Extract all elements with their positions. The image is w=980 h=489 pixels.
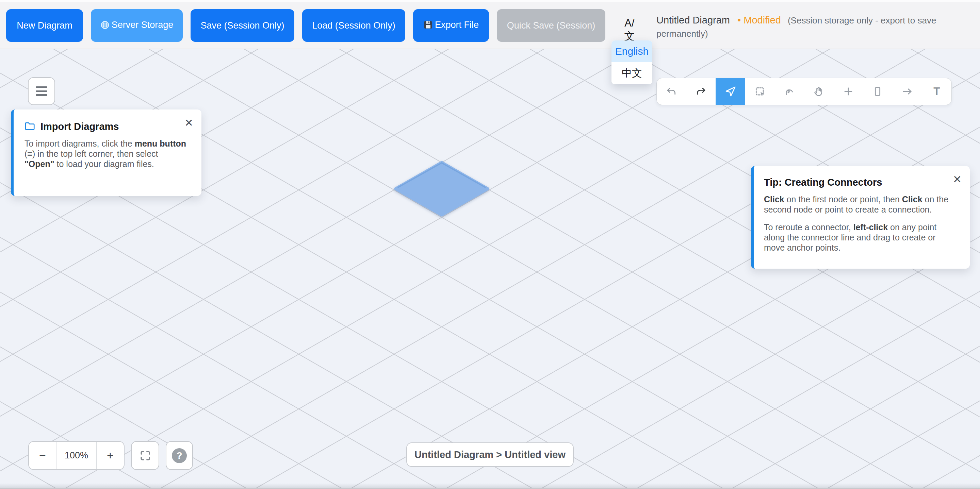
text-tool-button[interactable]: T [922, 78, 951, 105]
marquee-select-icon [754, 86, 765, 97]
tools-toolbar: T [656, 78, 952, 105]
modified-badge: • Modified [737, 14, 781, 25]
quick-save-button[interactable]: Quick Save (Session) [497, 9, 605, 42]
undo-button[interactable] [657, 78, 686, 105]
page-title: Untitled Diagram [656, 14, 730, 25]
language-option-english[interactable]: English [611, 40, 652, 62]
help-icon: ? [172, 448, 187, 463]
document-title-block: Untitled Diagram • Modified (Session sto… [656, 14, 966, 40]
select-cursor-icon [725, 86, 736, 97]
server-storage-label: Server Storage [111, 20, 173, 30]
app-header: New Diagram Server Storage Save (Session… [0, 0, 980, 49]
save-session-label: Save (Session Only) [200, 20, 284, 31]
folder-icon [24, 121, 35, 132]
export-file-label: Export File [435, 20, 479, 30]
menu-bar [36, 90, 47, 92]
new-diagram-button[interactable]: New Diagram [6, 9, 83, 42]
language-toggle-button[interactable]: A/文 [619, 17, 640, 34]
language-option-chinese[interactable]: 中文 [611, 62, 652, 84]
globe-icon [100, 21, 110, 32]
menu-button[interactable] [28, 77, 55, 105]
undo-icon [666, 86, 677, 97]
zoom-level: 100% [56, 442, 97, 469]
load-session-button[interactable]: Load (Session Only) [302, 9, 405, 42]
scribble-tool-button[interactable] [775, 78, 804, 105]
header-button-row: New Diagram Server Storage Save (Session… [6, 9, 605, 42]
rectangle-icon [872, 86, 883, 97]
server-storage-button[interactable]: Server Storage [91, 9, 183, 42]
redo-button[interactable] [686, 78, 716, 105]
import-card-title: Import Diagrams [40, 121, 119, 132]
load-session-label: Load (Session Only) [312, 20, 395, 31]
zoom-controls: − 100% + [28, 441, 124, 470]
connector-tool-button[interactable] [892, 78, 922, 105]
tip-card-title: Tip: Creating Connectors [764, 177, 882, 188]
floppy-icon [423, 20, 433, 32]
export-file-button[interactable]: Export File [413, 9, 489, 42]
select-tool-button[interactable] [716, 78, 745, 105]
quick-save-label: Quick Save (Session) [507, 20, 595, 31]
import-card-body: To import diagrams, click the menu butto… [24, 138, 189, 169]
language-menu: English 中文 [611, 40, 652, 84]
plus-icon [843, 86, 854, 97]
fullscreen-icon [139, 449, 152, 462]
arrow-right-icon [902, 86, 913, 97]
scribble-icon [784, 86, 795, 97]
pan-tool-button[interactable] [804, 78, 834, 105]
hand-icon [813, 86, 824, 97]
import-card-close-icon[interactable]: ✕ [185, 117, 193, 128]
tip-connectors-card: Tip: Creating Connectors ✕ Click on the … [751, 166, 970, 268]
new-diagram-label: New Diagram [17, 20, 73, 31]
tip-card-body: Click on the first node or point, then C… [764, 194, 958, 252]
tip-card-close-icon[interactable]: ✕ [953, 174, 962, 185]
zoom-in-button[interactable]: + [97, 442, 124, 469]
help-button[interactable]: ? [166, 441, 193, 470]
fit-view-button[interactable] [131, 441, 159, 470]
diagram-app: New Diagram Server Storage Save (Session… [0, 0, 980, 489]
import-diagrams-card: Import Diagrams ✕ To import diagrams, cl… [11, 110, 202, 196]
menu-bar [36, 94, 47, 96]
text-tool-icon: T [933, 85, 940, 98]
add-node-button[interactable] [834, 78, 863, 105]
zoom-out-button[interactable]: − [29, 442, 56, 469]
save-session-button[interactable]: Save (Session Only) [191, 9, 294, 42]
marquee-select-button[interactable] [745, 78, 775, 105]
menu-bar [36, 86, 47, 88]
breadcrumb: Untitled Diagram > Untitled view [406, 442, 574, 467]
rectangle-tool-button[interactable] [863, 78, 892, 105]
redo-icon [695, 86, 706, 97]
